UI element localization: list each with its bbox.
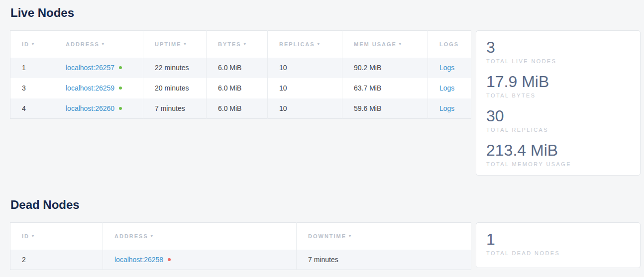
node-live-status-icon: [119, 87, 122, 90]
column-header-logs: LOGS: [428, 31, 471, 58]
dead-nodes-summary-card: 1 TOTAL DEAD NODES: [476, 222, 641, 268]
stat-total-replicas: 30 TOTAL REPLICAS: [486, 106, 630, 133]
sort-arrow-icon: ▾: [244, 42, 246, 46]
sort-arrow-icon: ▾: [399, 42, 401, 46]
node-logs-link[interactable]: Logs: [439, 84, 454, 92]
node-replicas-cell: 10: [268, 78, 342, 98]
live-nodes-body: ID▾ ADDRESS▾ UPTIME▾ BYTES▾ REPLICAS▾ ME…: [10, 30, 644, 176]
column-header-replicas[interactable]: REPLICAS▾: [268, 31, 342, 58]
column-header-id[interactable]: ID▾: [10, 223, 103, 250]
node-bytes-cell: 6.0 MiB: [207, 78, 268, 98]
node-replicas-cell: 10: [268, 98, 342, 119]
live-nodes-title: Live Nodes: [10, 6, 644, 19]
node-address-link[interactable]: localhost:26259: [66, 84, 114, 92]
node-id-cell: 3: [10, 78, 54, 98]
nodes-overview-page: Live Nodes ID▾ ADDRESS▾ UPTIME▾ BYTES▾ R…: [0, 0, 644, 270]
table-row: 3 localhost:26259 20 minutes 6.0 MiB 10 …: [10, 78, 471, 98]
node-live-status-icon: [119, 66, 122, 69]
stat-label: TOTAL BYTES: [486, 92, 630, 98]
sort-arrow-icon: ▾: [32, 234, 34, 238]
node-live-status-icon: [119, 107, 122, 110]
column-header-uptime[interactable]: UPTIME▾: [143, 31, 207, 58]
table-row: 1 localhost:26257 22 minutes 6.0 MiB 10 …: [10, 58, 471, 78]
sort-arrow-icon: ▾: [151, 234, 153, 238]
live-nodes-section: Live Nodes ID▾ ADDRESS▾ UPTIME▾ BYTES▾ R…: [10, 6, 644, 176]
node-downtime-cell: 7 minutes: [297, 250, 471, 270]
node-uptime-cell: 20 minutes: [143, 78, 207, 98]
stat-total-dead-nodes: 1 TOTAL DEAD NODES: [486, 230, 630, 256]
dead-nodes-header-row: ID▾ ADDRESS▾ DOWNTIME▾: [10, 223, 471, 250]
column-header-address[interactable]: ADDRESS▾: [103, 223, 297, 250]
table-row: 4 localhost:26260 7 minutes 6.0 MiB 10 5…: [10, 98, 471, 119]
stat-total-bytes: 17.9 MiB TOTAL BYTES: [486, 72, 630, 98]
node-logs-link[interactable]: Logs: [439, 104, 454, 112]
node-id-cell: 2: [10, 250, 103, 270]
node-address-link[interactable]: localhost:26258: [114, 256, 163, 264]
node-uptime-cell: 7 minutes: [143, 98, 207, 119]
dead-nodes-table: ID▾ ADDRESS▾ DOWNTIME▾ 2 localhost:26258…: [10, 222, 471, 270]
sort-arrow-icon: ▾: [318, 42, 320, 46]
stat-total-memory-usage: 213.4 MiB TOTAL MEMORY USAGE: [486, 141, 630, 167]
stat-value: 17.9 MiB: [486, 72, 630, 91]
node-address-cell: localhost:26260: [54, 98, 143, 119]
column-header-downtime[interactable]: DOWNTIME▾: [297, 223, 471, 250]
node-mem-usage-cell: 90.2 MiB: [342, 58, 428, 78]
node-uptime-cell: 22 minutes: [143, 58, 207, 78]
stat-value: 3: [486, 38, 630, 57]
node-mem-usage-cell: 59.6 MiB: [342, 98, 428, 119]
node-id-cell: 1: [10, 58, 54, 78]
stat-label: TOTAL DEAD NODES: [486, 250, 630, 256]
node-bytes-cell: 6.0 MiB: [207, 58, 268, 78]
node-address-link[interactable]: localhost:26257: [66, 64, 114, 72]
stat-value: 213.4 MiB: [486, 141, 630, 160]
sort-arrow-icon: ▾: [32, 42, 34, 46]
column-header-bytes[interactable]: BYTES▾: [207, 31, 268, 58]
live-nodes-table: ID▾ ADDRESS▾ UPTIME▾ BYTES▾ REPLICAS▾ ME…: [10, 30, 471, 119]
live-nodes-summary-card: 3 TOTAL LIVE NODES 17.9 MiB TOTAL BYTES …: [476, 30, 641, 176]
node-replicas-cell: 10: [268, 58, 342, 78]
sort-arrow-icon: ▾: [102, 42, 104, 46]
node-logs-cell: Logs: [428, 78, 471, 98]
node-bytes-cell: 6.0 MiB: [207, 98, 268, 119]
sort-arrow-icon: ▾: [349, 234, 351, 238]
node-logs-cell: Logs: [428, 58, 471, 78]
table-row: 2 localhost:26258 7 minutes: [10, 250, 471, 270]
node-address-cell: localhost:26257: [54, 58, 143, 78]
sort-arrow-icon: ▾: [184, 42, 186, 46]
stat-label: TOTAL REPLICAS: [486, 127, 630, 133]
node-dead-status-icon: [168, 258, 171, 261]
node-logs-link[interactable]: Logs: [439, 64, 454, 72]
dead-nodes-section: Dead Nodes ID▾ ADDRESS▾ DOWNTIME▾ 2 lo: [10, 198, 644, 270]
node-address-cell: localhost:26259: [54, 78, 143, 98]
dead-nodes-title: Dead Nodes: [10, 198, 644, 211]
node-address-cell: localhost:26258: [103, 250, 297, 270]
node-mem-usage-cell: 63.7 MiB: [342, 78, 428, 98]
column-header-id[interactable]: ID▾: [10, 31, 54, 58]
node-address-link[interactable]: localhost:26260: [66, 104, 114, 112]
stat-value: 1: [486, 230, 630, 249]
dead-nodes-body: ID▾ ADDRESS▾ DOWNTIME▾ 2 localhost:26258…: [10, 222, 644, 270]
stat-total-live-nodes: 3 TOTAL LIVE NODES: [486, 38, 630, 64]
column-header-mem-usage[interactable]: MEM USAGE▾: [342, 31, 428, 58]
column-header-address[interactable]: ADDRESS▾: [54, 31, 143, 58]
live-nodes-header-row: ID▾ ADDRESS▾ UPTIME▾ BYTES▾ REPLICAS▾ ME…: [10, 31, 471, 58]
stat-value: 30: [486, 106, 630, 125]
stat-label: TOTAL MEMORY USAGE: [486, 161, 630, 167]
node-logs-cell: Logs: [428, 98, 471, 119]
stat-label: TOTAL LIVE NODES: [486, 58, 630, 64]
node-id-cell: 4: [10, 98, 54, 119]
